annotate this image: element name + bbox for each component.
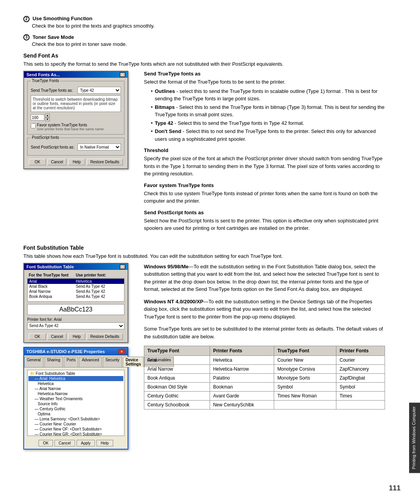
winxp-tab-advanced[interactable]: Advanced <box>79 357 102 367</box>
section-smoothing: 2 Use Smoothing Function Check the box t… <box>23 16 385 29</box>
favor-subsection: Favor system TrueType fonts Check this t… <box>144 182 385 205</box>
send-truetype-subsection: Send TrueType fonts as Select the format… <box>144 71 385 143</box>
winxp-ok-btn[interactable]: OK <box>38 440 52 446</box>
sub-r4-c4: Symbol <box>336 383 385 392</box>
send-truetype-select[interactable]: Type 42 <box>77 87 121 94</box>
toner-title: Toner Save Mode <box>33 34 74 40</box>
fst-dialog-buttons: OK Cancel Help Restore Defaults <box>27 333 124 340</box>
fst-row-arial-narrow-tt: Arial Narrow <box>29 289 76 294</box>
fst-row-arial-narrow[interactable]: Arial Narrow Send As Type 42 <box>28 289 124 294</box>
fst-row-arial[interactable]: Arial Helvetica <box>28 279 124 284</box>
dialog-cancel-btn[interactable]: Cancel <box>47 159 66 165</box>
sub-col1-header: TrueType Font <box>144 346 210 356</box>
sub-r4-c2: Bookman <box>210 383 274 392</box>
fst-table-body: Arial Helvetica Arial Black Send As Type… <box>27 278 124 302</box>
font-sub-right-content: Windows 95/98/Me—To edit the substitutio… <box>144 263 385 410</box>
fst-row-arial-black[interactable]: Arial Black Send As Type 42 <box>28 284 124 289</box>
tree-courier-new-of[interactable]: — Courier New OF: <Don't Substitute> <box>28 427 123 432</box>
fst-dialog-titlebar: Font Substitution Table × <box>24 264 128 270</box>
sub-row-3: Book Antiqua Palatino Monotype Sorts Zap… <box>144 374 385 383</box>
tree-courier-new-gr[interactable]: — Courier New GR: <Don't Substitute> <box>28 432 123 436</box>
threshold-text: Specify the pixel size of the font at wh… <box>144 155 385 178</box>
sub-r5-c4: Times <box>336 392 385 401</box>
sub-row-5: Century Gothic Avant Garde Times New Rom… <box>144 392 385 401</box>
send-truetype-text: Select the format of the TrueType fonts … <box>144 78 385 86</box>
send-font-as-section: Send Font As This sets to specify the fo… <box>23 52 385 237</box>
dialog-restore-btn[interactable]: Restore Defaults <box>87 159 122 165</box>
fst-dialog-close[interactable]: × <box>120 264 125 269</box>
winxp-titlebar-btns: × <box>118 349 125 354</box>
sub-r1-c2: Helvetica <box>210 356 274 365</box>
sub-r3-c3: Monotype Sorts <box>274 374 336 383</box>
win9x-title: Windows 95/98/Me <box>144 264 189 270</box>
dialog-title: Send Fonts As... <box>26 72 60 77</box>
fst-row-arial-printer: Helvetica <box>76 279 122 284</box>
tree-arial-helvetica[interactable]: — Arial: Helvetica <box>28 376 123 381</box>
winxp-help-btn[interactable]: Help <box>96 440 113 446</box>
sub-r5-c2: Avant Garde <box>210 392 274 401</box>
sub-r3-c4: ZapfDingbat <box>336 374 385 383</box>
winxp-cancel-btn[interactable]: Cancel <box>54 440 75 446</box>
sub-r3-c1: Book Antiqua <box>144 374 210 383</box>
fst-row-book-antiqua-tt: Book Antiqua <box>29 294 76 299</box>
winxp-dialog: TOSHIBA e-STUDIO e-PS3E Properties × Gen… <box>23 347 128 450</box>
fst-ok-btn[interactable]: OK <box>29 333 46 340</box>
winxp-tab-general[interactable]: General <box>24 357 44 367</box>
favor-checkbox-row: Favor system TrueType fonts over printer… <box>31 123 121 131</box>
tree-font-sub-table[interactable]: 📁 Font Substitution Table <box>28 371 123 376</box>
winxp-apply-btn[interactable]: Apply <box>77 440 95 446</box>
tree-courier-new[interactable]: — Courier New: Courier <box>28 422 123 427</box>
dialog-ok-btn[interactable]: OK <box>29 159 46 165</box>
winxp-tab-security[interactable]: Security <box>103 357 122 367</box>
winxp-close-btn[interactable]: × <box>118 349 125 354</box>
favor-checkbox-label: Favor system TrueType fonts over printer… <box>37 123 104 131</box>
winxp-tab-device-settings[interactable]: Device Settings <box>123 357 144 367</box>
sub-r1-c1: Arial <box>144 356 210 365</box>
tree-source-info[interactable]: Source Info <box>28 401 123 406</box>
send-ps-select[interactable]: In Native Format <box>77 144 121 150</box>
toner-desc: Check the box to print in toner save mod… <box>32 41 385 47</box>
fst-table-header: For the TrueType font Use printer font: <box>27 272 124 278</box>
tree-century-gothic[interactable]: — Century Gothic <box>28 406 123 411</box>
fst-row-arial-black-tt: Arial Black <box>29 284 76 289</box>
threshold-title: Threshold <box>144 147 385 153</box>
win9x-desc: Windows 95/98/Me—To edit the substitutio… <box>144 263 385 293</box>
tree-optima[interactable]: Optima <box>28 411 123 416</box>
sub-row-2: Arial Narrow Helvetica-Narrow Monotype C… <box>144 365 385 374</box>
fst-help-btn[interactable]: Help <box>68 333 85 340</box>
sub-r3-c2: Palatino <box>210 374 274 383</box>
tree-weather-text[interactable]: — Weather Text Ornaments <box>28 396 123 401</box>
send-fonts-dialog: Send Fonts As... × TrueType Fonts Send T… <box>23 71 128 169</box>
side-tab: Printing from Windows Computer <box>409 402 420 473</box>
winxp-tab-sharing[interactable]: Sharing <box>44 357 63 367</box>
send-ps-title: Send PostScript fonts as <box>144 210 385 215</box>
favor-title: Favor system TrueType fonts <box>144 182 385 188</box>
tree-loma[interactable]: — Loma Sarmony: <Don't Substitute> <box>28 416 123 422</box>
spinbox-up[interactable]: ▲ <box>45 114 50 117</box>
fst-send-select[interactable]: Send As Type 42 <box>27 322 124 329</box>
bullet-bitmaps: Bitmaps - Select this to send the TrueTy… <box>151 103 385 119</box>
spinbox-input[interactable] <box>31 114 44 121</box>
favor-checkbox[interactable] <box>31 123 36 128</box>
tree-helvetica-narrow[interactable]: Helvetica-Narrow <box>28 391 123 396</box>
postscript-group: PostScript fonts Send PostScript fonts a… <box>27 138 124 156</box>
fst-restore-btn[interactable]: Restore Defaults <box>87 333 122 340</box>
sub-r4-c1: Bookman Old Style <box>144 383 210 392</box>
dialog-help-btn[interactable]: Help <box>68 159 85 165</box>
sub-col2-header: Printer Fonts <box>210 346 274 356</box>
sub-r2-c1: Arial Narrow <box>144 365 210 374</box>
tree-helvetica[interactable]: Helvetica <box>28 381 123 386</box>
spinbox-down[interactable]: ▼ <box>45 117 50 121</box>
sub-table-body: Arial Helvetica Courier New Courier Aria… <box>144 356 385 410</box>
winxp-tab-ports[interactable]: Ports <box>64 357 78 367</box>
section-number-2: 2 <box>23 16 30 22</box>
fst-cancel-btn[interactable]: Cancel <box>47 333 66 340</box>
fst-row-book-antiqua[interactable]: Book Antiqua Send As Type 42 <box>28 294 124 299</box>
defaults-desc: Some TrueType fonts are set to be substi… <box>144 325 385 340</box>
dialog-close-btn[interactable]: × <box>120 72 125 77</box>
sub-r2-c3: Monotype Corsiva <box>274 365 336 374</box>
tree-arial-narrow[interactable]: — Arial Narrow <box>28 386 123 391</box>
sub-r5-c3: Times New Roman <box>274 392 336 401</box>
spinbox-buttons: ▲ ▼ <box>45 114 50 121</box>
winxp-bottom-buttons: OK Cancel Apply Help <box>24 438 128 449</box>
